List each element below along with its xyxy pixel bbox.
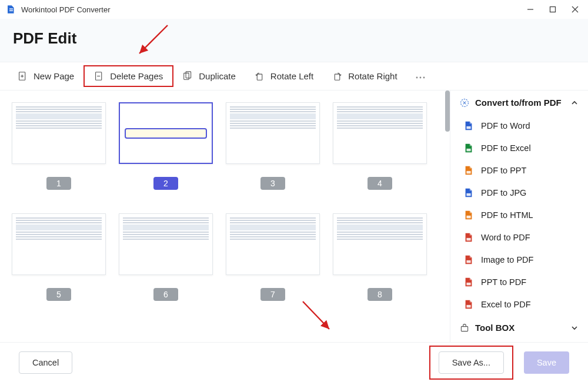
svg-rect-18: [466, 149, 470, 152]
convert-section-header[interactable]: Convert to/from PDF: [450, 91, 588, 115]
svg-point-13: [416, 76, 417, 78]
tool-label: Rotate Left: [270, 71, 313, 81]
thumbnail-item: 6: [119, 213, 213, 301]
file-type-icon: [463, 187, 474, 198]
file-type-icon: [463, 232, 474, 243]
svg-rect-1: [550, 7, 556, 12]
svg-rect-10: [186, 72, 191, 78]
page-number-badge: 4: [368, 177, 392, 190]
page-number-badge: 1: [46, 177, 71, 190]
save-button[interactable]: Save: [524, 351, 569, 374]
convert-item[interactable]: Excel to PDF: [450, 293, 588, 316]
page-number-badge: 8: [368, 288, 392, 301]
svg-rect-24: [466, 283, 470, 286]
convert-item-label: Image to PDF: [481, 255, 533, 264]
delete-pages-icon: [94, 71, 104, 81]
tool-label: Rotate Right: [348, 71, 397, 81]
svg-rect-23: [466, 260, 470, 263]
window-controls: [523, 2, 582, 16]
convert-item[interactable]: PDF to Word: [450, 115, 588, 137]
header: PDF Edit: [0, 19, 588, 62]
toolbar: New Page Delete Pages Duplicate Rotate L…: [0, 62, 588, 91]
tool-label: Duplicate: [199, 71, 236, 81]
save-as-highlight: Save As...: [429, 346, 513, 380]
app-logo-icon: [6, 4, 16, 15]
svg-point-15: [423, 76, 425, 78]
convert-list: PDF to WordPDF to ExcelPDF to PPTPDF to …: [450, 115, 588, 316]
cancel-button[interactable]: Cancel: [19, 351, 72, 374]
convert-item[interactable]: PDF to JPG: [450, 182, 588, 204]
rotate-left-button[interactable]: Rotate Left: [245, 66, 323, 86]
thumbnail-item: 7: [226, 213, 320, 301]
convert-item[interactable]: PPT to PDF: [450, 271, 588, 293]
file-type-icon: [463, 299, 474, 310]
convert-item-label: PDF to HTML: [481, 210, 533, 220]
svg-rect-17: [466, 126, 470, 129]
convert-item-label: PDF to PPT: [481, 166, 526, 175]
footer: Cancel Save As... Save: [0, 342, 588, 382]
page-thumbnail[interactable]: [333, 102, 427, 164]
page-thumbnail[interactable]: [226, 102, 320, 164]
section-title: Convert to/from PDF: [475, 98, 562, 108]
thumbnails-area: 12345678: [0, 91, 450, 342]
convert-item-label: Excel to PDF: [481, 300, 531, 309]
duplicate-icon: [183, 71, 193, 81]
page-thumbnail[interactable]: [12, 102, 106, 164]
convert-item-label: PPT to PDF: [481, 277, 526, 287]
page-number-badge: 5: [46, 288, 71, 301]
more-tools-button[interactable]: [410, 66, 430, 86]
file-type-icon: [463, 165, 474, 176]
toolbox-icon: [460, 323, 469, 333]
convert-item[interactable]: Image to PDF: [450, 249, 588, 271]
convert-item-label: PDF to Word: [481, 121, 530, 130]
page-number-badge: 3: [260, 177, 285, 190]
convert-item-label: PDF to JPG: [481, 188, 526, 197]
app-title: Workintool PDF Converter: [21, 5, 523, 14]
page-thumbnail[interactable]: [12, 213, 106, 275]
page-thumbnail[interactable]: [226, 213, 320, 275]
convert-item-label: PDF to Excel: [481, 143, 531, 153]
chevron-down-icon: [570, 324, 579, 332]
convert-item[interactable]: PDF to PPT: [450, 159, 588, 182]
page-number-badge: 6: [153, 288, 178, 301]
section-title: Tool BOX: [475, 323, 514, 333]
convert-item[interactable]: Word to PDF: [450, 226, 588, 249]
tool-label: Delete Pages: [110, 71, 163, 81]
page-thumbnail[interactable]: [333, 213, 427, 275]
titlebar: Workintool PDF Converter: [0, 0, 588, 19]
toolbox-section-header[interactable]: Tool BOX: [450, 316, 588, 340]
save-as-button[interactable]: Save As...: [439, 351, 504, 374]
svg-rect-26: [461, 326, 467, 331]
rotate-right-button[interactable]: Rotate Right: [323, 66, 406, 86]
duplicate-button[interactable]: Duplicate: [173, 66, 245, 86]
svg-rect-12: [335, 74, 340, 80]
convert-icon: [460, 98, 469, 108]
main: 12345678 Convert to/from PDF PDF to Word…: [0, 91, 588, 342]
svg-rect-22: [466, 238, 470, 241]
file-type-icon: [463, 143, 474, 153]
maximize-button[interactable]: [546, 2, 560, 16]
svg-rect-21: [466, 216, 470, 219]
page-number-badge: 7: [260, 288, 285, 301]
ellipsis-icon: [415, 76, 426, 79]
file-type-icon: [463, 210, 474, 220]
convert-item[interactable]: PDF to HTML: [450, 204, 588, 226]
file-type-icon: [463, 120, 474, 131]
close-button[interactable]: [568, 2, 582, 16]
new-page-icon: [18, 71, 28, 81]
new-page-button[interactable]: New Page: [8, 66, 83, 86]
thumbnail-item: 2: [119, 102, 213, 190]
thumbnail-grid: 12345678: [12, 102, 447, 301]
thumbnail-item: 4: [333, 102, 427, 190]
file-type-icon: [463, 277, 474, 287]
svg-rect-25: [466, 305, 470, 308]
page-number-badge: 2: [153, 177, 178, 190]
convert-item-label: Word to PDF: [481, 233, 530, 242]
rotate-left-icon: [255, 71, 265, 81]
scrollbar[interactable]: [445, 91, 450, 342]
page-thumbnail[interactable]: [119, 213, 213, 275]
minimize-button[interactable]: [523, 2, 537, 16]
delete-pages-button[interactable]: Delete Pages: [83, 65, 173, 87]
page-thumbnail[interactable]: [119, 102, 213, 164]
convert-item[interactable]: PDF to Excel: [450, 137, 588, 159]
